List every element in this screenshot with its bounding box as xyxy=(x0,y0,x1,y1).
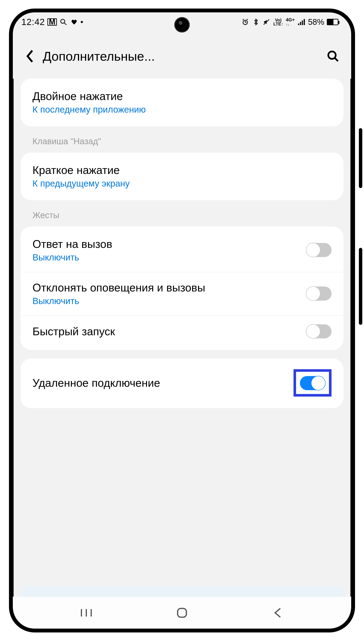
svg-line-1 xyxy=(64,23,66,25)
phone-side-button-top xyxy=(359,128,362,188)
gmail-icon: M xyxy=(48,18,57,26)
volte-icon: Vo)LTE↑ xyxy=(273,18,283,26)
camera-notch xyxy=(174,17,190,32)
row-title: Быстрый запуск xyxy=(32,324,300,338)
battery-percent: 58% xyxy=(308,18,324,27)
toggle-decline-notifications[interactable] xyxy=(306,286,332,301)
svg-rect-8 xyxy=(298,24,299,25)
row-title: Ответ на вызов xyxy=(32,237,300,251)
search-button[interactable] xyxy=(326,49,340,64)
svg-line-6 xyxy=(247,19,248,20)
section-label-gestures: Жесты xyxy=(20,200,344,226)
nav-recent-button[interactable] xyxy=(78,604,95,621)
settings-card-1: Двойное нажатие К последнему приложению xyxy=(20,79,344,126)
toggle-answer-call[interactable] xyxy=(306,243,332,257)
toggle-quick-launch[interactable] xyxy=(306,324,332,338)
row-title: Двойное нажатие xyxy=(32,89,332,103)
row-subtitle: К последнему приложению xyxy=(32,104,332,115)
back-button[interactable] xyxy=(24,50,36,62)
row-short-press[interactable]: Краткое нажатие К предыдущему экрану xyxy=(20,155,344,198)
svg-line-13 xyxy=(335,58,338,61)
row-subtitle: Выключить xyxy=(32,252,300,262)
row-subtitle: К предыдущему экрану xyxy=(32,178,332,189)
row-double-tap[interactable]: Двойное нажатие К последнему приложению xyxy=(20,81,344,124)
settings-card-3: Ответ на вызов Выключить Отклонять опове… xyxy=(20,226,344,350)
row-title: Краткое нажатие xyxy=(32,163,332,177)
row-subtitle: Выключить xyxy=(32,296,300,306)
svg-line-5 xyxy=(243,19,244,20)
navigation-bar xyxy=(13,596,351,628)
app-header: Дополнительные... xyxy=(13,32,351,79)
partial-next-card xyxy=(20,586,344,596)
row-decline-notifications[interactable]: Отклонять оповещения и вызовы Выключить xyxy=(20,272,344,316)
row-title: Отклонять оповещения и вызовы xyxy=(32,281,300,295)
svg-rect-17 xyxy=(178,608,186,617)
nav-home-button[interactable] xyxy=(174,604,190,621)
section-label-back-key: Клавиша "Назад" xyxy=(20,126,344,152)
toggle-remote-connection[interactable] xyxy=(300,376,325,390)
mute-icon xyxy=(262,18,271,26)
svg-rect-11 xyxy=(304,19,305,25)
svg-point-0 xyxy=(61,19,65,23)
highlight-box xyxy=(294,369,332,396)
network-4g-icon: 4G+↑↓ xyxy=(286,18,295,26)
row-quick-launch[interactable]: Быстрый запуск xyxy=(20,316,344,348)
svg-rect-10 xyxy=(302,20,303,25)
status-time: 12:42 xyxy=(21,17,45,27)
svg-point-12 xyxy=(328,52,336,59)
search-status-icon xyxy=(60,18,68,26)
settings-card-4: Удаленное подключение xyxy=(20,358,344,408)
battery-icon xyxy=(327,19,338,25)
phone-side-button-bottom xyxy=(359,248,362,325)
heart-icon xyxy=(70,18,78,26)
phone-frame: 12:42 M Vo)LTE↑ xyxy=(9,8,355,632)
signal-icon xyxy=(297,18,306,26)
row-answer-call[interactable]: Ответ на вызов Выключить xyxy=(20,228,344,272)
row-remote-connection[interactable]: Удаленное подключение xyxy=(20,361,344,406)
settings-card-2: Краткое нажатие К предыдущему экрану xyxy=(20,152,344,200)
alarm-icon xyxy=(241,18,249,26)
row-title: Удаленное подключение xyxy=(32,376,287,390)
svg-rect-9 xyxy=(300,22,301,25)
nav-back-button[interactable] xyxy=(269,604,286,621)
bluetooth-icon xyxy=(252,18,260,26)
notification-dot-icon xyxy=(81,21,83,23)
page-title: Дополнительные... xyxy=(43,49,319,64)
